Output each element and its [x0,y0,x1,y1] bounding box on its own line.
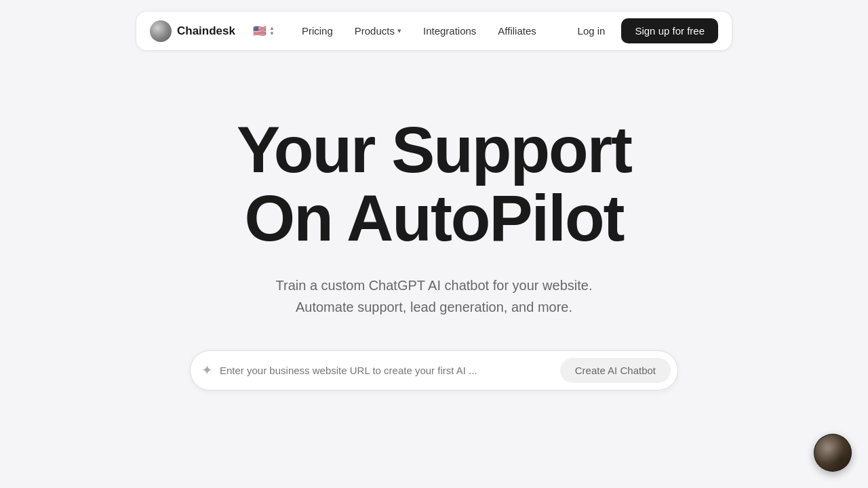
logo-area[interactable]: Chaindesk [150,20,235,42]
language-selector[interactable]: 🇺🇸 ▲▼ [249,22,279,40]
nav-products[interactable]: Products ▾ [345,20,411,42]
navbar: Chaindesk 🇺🇸 ▲▼ Pricing Products ▾ Integ… [136,11,732,51]
nav-links: Pricing Products ▾ Integrations Affiliat… [292,20,561,42]
logo-text: Chaindesk [177,24,235,38]
chevron-updown-icon: ▲▼ [269,26,275,37]
nav-pricing[interactable]: Pricing [292,20,342,42]
nav-integrations[interactable]: Integrations [414,20,486,42]
navbar-wrapper: Chaindesk 🇺🇸 ▲▼ Pricing Products ▾ Integ… [0,0,868,62]
nav-affiliates[interactable]: Affiliates [488,20,545,42]
url-input[interactable] [220,365,560,376]
hero-title: Your Support On AutoPilot [237,116,631,253]
login-button[interactable]: Log in [567,20,616,42]
nav-right: Log in Sign up for free [567,18,718,43]
url-input-wrapper: ✦ Create AI Chatbot [190,350,678,390]
logo-sphere-icon [150,20,172,42]
chat-widget-button[interactable] [814,434,852,472]
signup-button[interactable]: Sign up for free [621,18,718,43]
chat-widget-avatar [814,434,851,471]
flag-icon: 🇺🇸 [253,24,267,37]
create-chatbot-button[interactable]: Create AI Chatbot [560,358,671,383]
chevron-down-icon: ▾ [397,26,401,35]
hero-subtitle: Train a custom ChatGPT AI chatbot for yo… [276,274,593,318]
hero-section: Your Support On AutoPilot Train a custom… [0,62,868,418]
sparkle-icon: ✦ [201,362,213,378]
